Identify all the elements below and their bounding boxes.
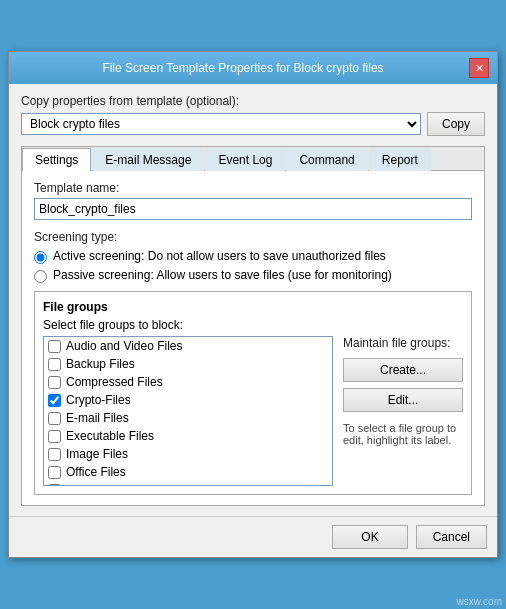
ok-button[interactable]: OK [332, 525, 407, 549]
copy-section: Copy properties from template (optional)… [21, 94, 485, 136]
maintain-section: Maintain file groups: Create... Edit... … [343, 336, 463, 486]
watermark: wsxw.com [456, 596, 502, 607]
tab-report[interactable]: Report [369, 148, 431, 171]
cancel-button[interactable]: Cancel [416, 525, 487, 549]
screening-type-label: Screening type: [34, 230, 472, 244]
copy-label: Copy properties from template (optional)… [21, 94, 485, 108]
file-groups-heading: File groups [43, 300, 463, 314]
checkbox-executable[interactable] [48, 430, 61, 443]
passive-screening-radio[interactable] [34, 270, 47, 283]
create-button[interactable]: Create... [343, 358, 463, 382]
passive-screening-label: Passive screening: Allow users to save f… [53, 268, 392, 282]
bottom-buttons: OK Cancel [9, 516, 497, 557]
template-name-group: Template name: [34, 181, 472, 220]
maintain-label: Maintain file groups: [343, 336, 463, 350]
title-bar: File Screen Template Properties for Bloc… [9, 52, 497, 84]
tab-bar: Settings E-mail Message Event Log Comman… [22, 147, 484, 171]
close-button[interactable]: ✕ [469, 58, 489, 78]
select-groups-label: Select file groups to block: [43, 318, 463, 332]
file-list: Audio and Video Files Backup Files Compr… [44, 337, 332, 486]
tab-settings[interactable]: Settings [22, 148, 91, 171]
active-screening-radio[interactable] [34, 251, 47, 264]
screening-type-group: Screening type: Active screening: Do not… [34, 230, 472, 283]
window-title: File Screen Template Properties for Bloc… [17, 61, 469, 75]
file-list-container[interactable]: Audio and Video Files Backup Files Compr… [43, 336, 333, 486]
active-screening-option: Active screening: Do not allow users to … [34, 249, 472, 264]
list-item[interactable]: System Files [44, 481, 332, 486]
window-content: Copy properties from template (optional)… [9, 84, 497, 516]
list-item[interactable]: Image Files [44, 445, 332, 463]
template-name-input[interactable] [34, 198, 472, 220]
checkbox-audio[interactable] [48, 340, 61, 353]
list-item[interactable]: Compressed Files [44, 373, 332, 391]
checkbox-compressed[interactable] [48, 376, 61, 389]
passive-screening-option: Passive screening: Allow users to save f… [34, 268, 472, 283]
list-item[interactable]: E-mail Files [44, 409, 332, 427]
checkbox-backup[interactable] [48, 358, 61, 371]
list-item[interactable]: Backup Files [44, 355, 332, 373]
template-dropdown[interactable]: Block crypto files [21, 113, 421, 135]
tab-container: Settings E-mail Message Event Log Comman… [21, 146, 485, 506]
list-item[interactable]: Executable Files [44, 427, 332, 445]
list-item[interactable]: Crypto-Files [44, 391, 332, 409]
file-groups-layout: Audio and Video Files Backup Files Compr… [43, 336, 463, 486]
checkbox-office[interactable] [48, 466, 61, 479]
file-groups-section: File groups Select file groups to block:… [34, 291, 472, 495]
tab-eventlog[interactable]: Event Log [205, 148, 285, 171]
checkbox-crypto[interactable] [48, 394, 61, 407]
checkbox-email[interactable] [48, 412, 61, 425]
template-name-label: Template name: [34, 181, 472, 195]
edit-button[interactable]: Edit... [343, 388, 463, 412]
copy-button[interactable]: Copy [427, 112, 485, 136]
list-item[interactable]: Audio and Video Files [44, 337, 332, 355]
main-window: File Screen Template Properties for Bloc… [8, 51, 498, 558]
checkbox-image[interactable] [48, 448, 61, 461]
active-screening-label: Active screening: Do not allow users to … [53, 249, 386, 263]
copy-row: Block crypto files Copy [21, 112, 485, 136]
list-item[interactable]: Office Files [44, 463, 332, 481]
tab-command[interactable]: Command [286, 148, 367, 171]
maintain-hint: To select a file group to edit, highligh… [343, 422, 463, 446]
checkbox-system[interactable] [48, 484, 61, 487]
tab-content-settings: Template name: Screening type: Active sc… [22, 171, 484, 505]
tab-email[interactable]: E-mail Message [92, 148, 204, 171]
